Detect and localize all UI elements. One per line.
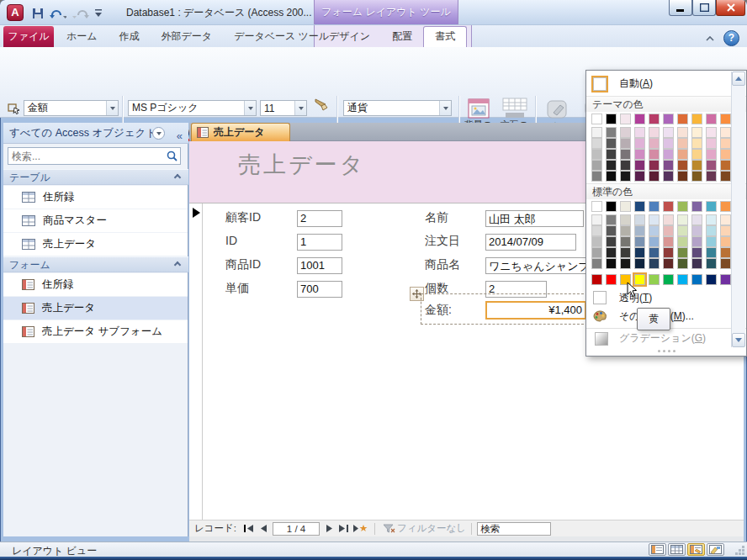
standard-color-variant-swatch[interactable] bbox=[606, 214, 617, 225]
nav-item-form-売上データ サブフォーム[interactable]: 売上データ サブフォーム bbox=[3, 320, 188, 343]
theme-color-variant-swatch[interactable] bbox=[691, 160, 702, 171]
shutter-close-icon[interactable]: « bbox=[177, 125, 183, 146]
theme-color-variant-swatch[interactable] bbox=[706, 138, 717, 149]
standard-color-variant-swatch[interactable] bbox=[591, 236, 602, 247]
standard-color-swatch[interactable] bbox=[620, 201, 631, 212]
theme-color-variant-swatch[interactable] bbox=[606, 149, 617, 160]
standard-color-variant-swatch[interactable] bbox=[606, 225, 617, 236]
standard-color-swatch[interactable] bbox=[706, 201, 717, 212]
bright-color-swatch[interactable] bbox=[677, 274, 688, 285]
theme-color-variant-swatch[interactable] bbox=[591, 127, 602, 138]
standard-color-variant-swatch[interactable] bbox=[677, 214, 688, 225]
theme-color-variant-swatch[interactable] bbox=[634, 171, 645, 182]
search-box[interactable] bbox=[8, 147, 181, 165]
standard-color-variant-swatch[interactable] bbox=[620, 214, 631, 225]
theme-color-variant-swatch[interactable] bbox=[649, 149, 660, 160]
nav-item-form-住所録[interactable]: 住所録 bbox=[3, 273, 188, 296]
bright-color-swatch[interactable] bbox=[606, 274, 617, 285]
datasheet-view-button[interactable] bbox=[668, 543, 686, 556]
standard-color-variant-swatch[interactable] bbox=[620, 258, 631, 269]
nav-item-table-売上データ[interactable]: 売上データ bbox=[3, 233, 188, 256]
theme-color-variant-swatch[interactable] bbox=[620, 127, 631, 138]
theme-color-variant-swatch[interactable] bbox=[677, 138, 688, 149]
theme-color-swatch[interactable] bbox=[606, 114, 617, 124]
standard-color-variant-swatch[interactable] bbox=[591, 247, 602, 258]
standard-color-variant-swatch[interactable] bbox=[620, 236, 631, 247]
standard-color-variant-swatch[interactable] bbox=[591, 225, 602, 236]
standard-color-variant-swatch[interactable] bbox=[663, 247, 674, 258]
theme-color-variant-swatch[interactable] bbox=[663, 171, 674, 182]
theme-color-variant-swatch[interactable] bbox=[677, 171, 688, 182]
nav-item-table-住所録[interactable]: 住所録 bbox=[3, 186, 188, 209]
record-selector-icon[interactable] bbox=[193, 208, 200, 218]
qat-customize-icon[interactable] bbox=[93, 6, 104, 21]
standard-color-variant-swatch[interactable] bbox=[620, 225, 631, 236]
previous-record-icon[interactable] bbox=[256, 522, 270, 536]
standard-color-swatch[interactable] bbox=[677, 201, 688, 212]
theme-color-variant-swatch[interactable] bbox=[649, 160, 660, 171]
nav-item-table-商品マスター[interactable]: 商品マスター bbox=[3, 209, 188, 232]
bright-color-swatch[interactable] bbox=[706, 274, 717, 285]
close-button[interactable] bbox=[716, 0, 745, 16]
standard-color-variant-swatch[interactable] bbox=[691, 214, 702, 225]
theme-color-variant-swatch[interactable] bbox=[706, 171, 717, 182]
standard-color-variant-swatch[interactable] bbox=[706, 225, 717, 236]
section-tables[interactable]: テーブル bbox=[3, 169, 188, 185]
theme-color-swatch[interactable] bbox=[663, 114, 674, 124]
transparent-item[interactable]: 透明(T) bbox=[591, 288, 746, 307]
standard-color-variant-swatch[interactable] bbox=[706, 236, 717, 247]
next-record-icon[interactable] bbox=[322, 522, 336, 536]
field-textbox[interactable]: 700 bbox=[297, 281, 342, 298]
navigation-pane-header[interactable]: すべての Access オブジェクト « bbox=[3, 123, 188, 144]
field-textbox[interactable]: 1 bbox=[297, 234, 342, 251]
minimize-ribbon-icon[interactable] bbox=[703, 33, 717, 43]
record-counter[interactable]: 1 / 4 bbox=[273, 522, 320, 536]
pane-menu-icon[interactable] bbox=[152, 127, 165, 140]
standard-color-variant-swatch[interactable] bbox=[663, 225, 674, 236]
tab-作成[interactable]: 作成 bbox=[109, 26, 151, 47]
form-view-button[interactable] bbox=[649, 543, 666, 556]
theme-color-variant-swatch[interactable] bbox=[706, 127, 717, 138]
theme-color-variant-swatch[interactable] bbox=[663, 160, 674, 171]
standard-color-variant-swatch[interactable] bbox=[677, 258, 688, 269]
field-textbox[interactable]: 1001 bbox=[297, 257, 342, 274]
theme-color-variant-swatch[interactable] bbox=[691, 171, 702, 182]
minimize-button[interactable] bbox=[669, 0, 692, 16]
search-input[interactable] bbox=[8, 151, 163, 162]
standard-color-swatch[interactable] bbox=[720, 201, 731, 212]
theme-color-variant-swatch[interactable] bbox=[649, 171, 660, 182]
standard-color-variant-swatch[interactable] bbox=[606, 247, 617, 258]
theme-color-variant-swatch[interactable] bbox=[663, 138, 674, 149]
nav-item-form-売上データ[interactable]: 売上データ bbox=[3, 297, 188, 320]
format-painter-icon[interactable] bbox=[312, 98, 331, 118]
bright-color-swatch[interactable] bbox=[649, 274, 660, 285]
help-icon[interactable]: ? bbox=[723, 30, 739, 46]
standard-color-variant-swatch[interactable] bbox=[706, 247, 717, 258]
standard-color-variant-swatch[interactable] bbox=[677, 225, 688, 236]
theme-color-variant-swatch[interactable] bbox=[677, 127, 688, 138]
tab-file[interactable]: ファイル bbox=[3, 26, 54, 47]
standard-color-swatch[interactable] bbox=[591, 201, 602, 212]
standard-color-variant-swatch[interactable] bbox=[691, 247, 702, 258]
theme-color-variant-swatch[interactable] bbox=[649, 138, 660, 149]
standard-color-variant-swatch[interactable] bbox=[649, 247, 660, 258]
theme-color-variant-swatch[interactable] bbox=[677, 149, 688, 160]
standard-color-swatch[interactable] bbox=[663, 201, 674, 212]
theme-color-variant-swatch[interactable] bbox=[691, 138, 702, 149]
theme-color-swatch[interactable] bbox=[649, 114, 660, 124]
theme-color-swatch[interactable] bbox=[706, 114, 717, 124]
font-size-combobox[interactable]: 11 bbox=[260, 100, 307, 116]
new-record-icon[interactable] bbox=[351, 522, 369, 536]
document-tab[interactable]: 売上データ bbox=[191, 123, 290, 141]
field-textbox[interactable]: 山田 太郎 bbox=[485, 210, 584, 227]
bright-color-swatch[interactable] bbox=[663, 274, 674, 285]
theme-color-variant-swatch[interactable] bbox=[720, 127, 731, 138]
theme-color-swatch[interactable] bbox=[634, 114, 645, 124]
standard-color-variant-swatch[interactable] bbox=[634, 214, 645, 225]
theme-color-variant-swatch[interactable] bbox=[591, 149, 602, 160]
standard-color-variant-swatch[interactable] bbox=[649, 225, 660, 236]
standard-color-variant-swatch[interactable] bbox=[606, 258, 617, 269]
standard-color-variant-swatch[interactable] bbox=[634, 247, 645, 258]
theme-color-variant-swatch[interactable] bbox=[591, 138, 602, 149]
standard-color-variant-swatch[interactable] bbox=[720, 225, 731, 236]
